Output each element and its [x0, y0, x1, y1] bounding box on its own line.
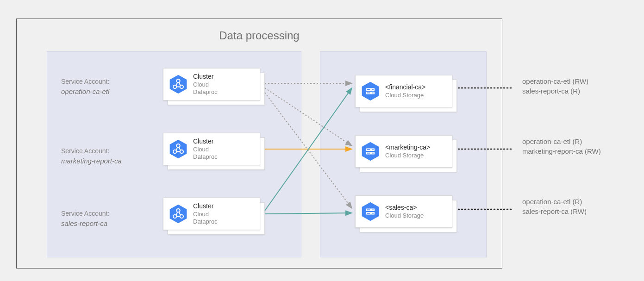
clusters-panel: Service Account: operation-ca-etl Servic…: [47, 51, 301, 257]
storage-panel: <financial-ca> Cloud Storage: [320, 51, 487, 257]
perm-line: marketing-report-ca (RW): [522, 146, 601, 156]
cluster-sub2: Dataproc: [193, 88, 218, 96]
perm-line: sales-report-ca (R): [522, 86, 588, 96]
diagram-title: Data processing: [219, 29, 299, 42]
cluster-sub1: Cloud: [193, 211, 218, 218]
sa-label: Service Account:: [61, 77, 154, 87]
dataproc-icon: [168, 139, 188, 159]
perm-line: operation-ca-etl (R): [522, 197, 587, 206]
data-processing-container: Data processing Service Account: operati…: [16, 19, 502, 269]
svg-marker-26: [362, 202, 379, 221]
cloud-storage-icon: [360, 141, 381, 162]
bucket-name-3: <sales-ca>: [385, 204, 424, 212]
svg-rect-25: [367, 153, 370, 154]
svg-point-16: [372, 92, 374, 94]
bucket-name-1: <financial-ca>: [385, 83, 425, 92]
svg-point-22: [372, 149, 374, 150]
svg-marker-0: [170, 75, 187, 94]
service-account-2: Service Account: marketing-report-ca: [61, 147, 154, 166]
svg-rect-24: [367, 149, 370, 150]
svg-rect-31: [367, 209, 370, 210]
sa-name-2: marketing-report-ca: [61, 156, 154, 166]
svg-rect-17: [367, 89, 370, 90]
dataproc-icon: [168, 74, 188, 94]
cloud-storage-icon: [360, 81, 381, 101]
cluster-sub2: Dataproc: [193, 218, 218, 225]
service-account-3: Service Account: sales-report-ca: [61, 209, 154, 228]
sa-name-1: operation-ca-etl: [61, 87, 154, 96]
cluster-sub1: Cloud: [193, 81, 218, 88]
service-account-1: Service Account: operation-ca-etl: [61, 77, 154, 96]
svg-point-29: [372, 209, 374, 211]
permissions-1: operation-ca-etl (RW) sales-report-ca (R…: [522, 76, 588, 96]
svg-rect-18: [367, 93, 370, 94]
svg-marker-8: [170, 205, 187, 223]
sa-label: Service Account:: [61, 147, 154, 156]
svg-marker-12: [362, 82, 379, 100]
bucket-name-2: <marketing-ca>: [385, 144, 430, 152]
storage-sub: Cloud Storage: [385, 152, 430, 159]
cluster-title: Cluster: [193, 73, 218, 81]
dataproc-icon: [168, 204, 188, 224]
svg-rect-32: [367, 213, 370, 214]
storage-sub: Cloud Storage: [385, 212, 424, 219]
cloud-storage-icon: [360, 201, 381, 222]
cluster-sub2: Dataproc: [193, 153, 218, 161]
perm-line: operation-ca-etl (R): [522, 137, 601, 146]
svg-point-23: [372, 152, 374, 154]
svg-point-15: [372, 89, 374, 90]
permissions-2: operation-ca-etl (R) marketing-report-ca…: [522, 137, 601, 156]
permissions-3: operation-ca-etl (R) sales-report-ca (RW…: [522, 197, 587, 216]
sa-label: Service Account:: [61, 209, 154, 219]
cluster-title: Cluster: [193, 137, 218, 146]
storage-sub: Cloud Storage: [385, 92, 425, 99]
sa-name-3: sales-report-ca: [61, 219, 154, 228]
svg-marker-4: [170, 140, 187, 158]
perm-line: sales-report-ca (RW): [522, 206, 587, 216]
svg-point-30: [372, 212, 374, 214]
cluster-title: Cluster: [193, 202, 218, 211]
perm-line: operation-ca-etl (RW): [522, 76, 588, 86]
svg-marker-19: [362, 142, 379, 161]
cluster-sub1: Cloud: [193, 146, 218, 153]
